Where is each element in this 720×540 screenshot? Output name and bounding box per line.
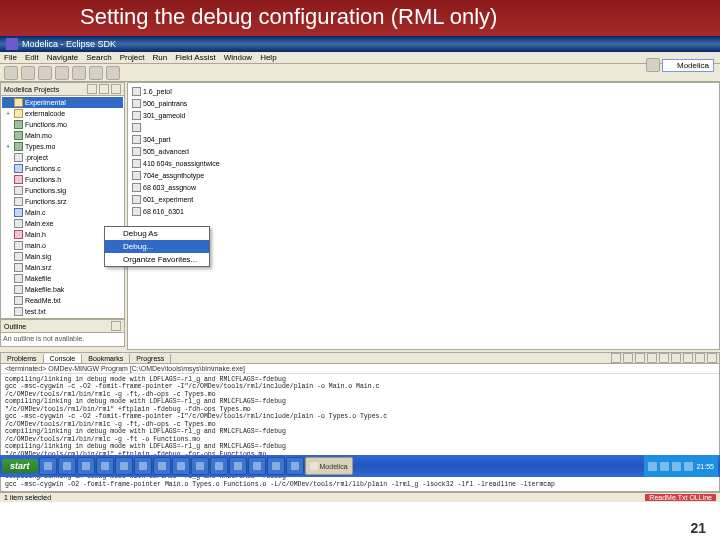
open-perspective-icon[interactable] (646, 58, 660, 72)
tree-item[interactable]: Makefile (2, 273, 123, 284)
main-toolbar[interactable] (0, 64, 720, 82)
tab-console[interactable]: Console (44, 354, 83, 363)
taskbar-item[interactable]: Modelica (305, 457, 353, 475)
menu-window[interactable]: Window (224, 53, 252, 62)
tree-item[interactable]: -Experimental (2, 97, 123, 108)
taskbar-item[interactable] (267, 457, 285, 475)
menu-help[interactable]: Help (260, 53, 276, 62)
perspective-modelica[interactable]: Modelica (662, 59, 714, 72)
tab-bookmarks[interactable]: Bookmarks (82, 354, 130, 363)
menu-navigate[interactable]: Navigate (47, 53, 79, 62)
bottom-tabs[interactable]: ProblemsConsoleBookmarksProgress (1, 353, 719, 364)
project-tree[interactable]: -Experimental+externalcode Functions.mo … (1, 96, 124, 318)
scroll-lock-icon[interactable] (647, 353, 657, 363)
tree-item[interactable]: Functions.h (2, 174, 123, 185)
tree-item[interactable]: Functions.srz (2, 196, 123, 207)
list-item[interactable]: 601_experiment (130, 193, 717, 205)
tray-icon[interactable] (648, 462, 657, 471)
list-item[interactable]: 68 603_assgnow (130, 181, 717, 193)
tab-problems[interactable]: Problems (1, 354, 44, 363)
taskbar-item[interactable] (286, 457, 304, 475)
pin-console-icon[interactable] (659, 353, 669, 363)
clock[interactable]: 21:55 (696, 463, 714, 470)
taskbar-item[interactable] (96, 457, 114, 475)
readme-indicator[interactable]: ReadMe.Txt OLLine (645, 494, 716, 501)
menu-project[interactable]: Project (120, 53, 145, 62)
tree-item[interactable]: .project (2, 152, 123, 163)
clear-console-icon[interactable] (635, 353, 645, 363)
tree-item[interactable]: ReadMe.txt (2, 295, 123, 306)
editor-area[interactable]: 1.6_petol506_paintrans301_gameold304_par… (127, 82, 720, 350)
tray-icon[interactable] (660, 462, 669, 471)
link-editor-icon[interactable] (87, 84, 97, 94)
list-item[interactable]: 1.6_petol (130, 85, 717, 97)
list-item[interactable]: 304_part (130, 133, 717, 145)
save-icon[interactable] (21, 66, 35, 80)
tree-item[interactable]: Functions.mo (2, 119, 123, 130)
outline-view[interactable]: Outline An outline is not available. (0, 319, 125, 347)
outline-tab[interactable]: Outline (1, 320, 124, 333)
list-item[interactable]: 301_gameold (130, 109, 717, 121)
taskbar-item[interactable] (77, 457, 95, 475)
minimize-panel-icon[interactable] (695, 353, 705, 363)
taskbar-item[interactable] (153, 457, 171, 475)
taskbar-item[interactable] (229, 457, 247, 475)
list-item[interactable]: 506_paintrans (130, 97, 717, 109)
tree-item[interactable]: Main.c (2, 207, 123, 218)
menu-field assist[interactable]: Field Assist (175, 53, 215, 62)
taskbar-item[interactable] (172, 457, 190, 475)
file-list[interactable]: 1.6_petol506_paintrans301_gameold304_par… (128, 83, 719, 219)
list-item[interactable]: 505_advanced (130, 145, 717, 157)
windows-taskbar[interactable]: start Modelica 21:55 (0, 455, 720, 477)
menu-search[interactable]: Search (86, 53, 111, 62)
tree-item[interactable]: Main.mo (2, 130, 123, 141)
minimize-icon[interactable] (111, 321, 121, 331)
debug-icon[interactable] (55, 66, 69, 80)
collapse-all-icon[interactable] (99, 84, 109, 94)
print-icon[interactable] (38, 66, 52, 80)
list-item[interactable]: 704e_assgnthotype (130, 169, 717, 181)
new-icon[interactable] (4, 66, 18, 80)
tray-icon[interactable] (672, 462, 681, 471)
view-menu-icon[interactable] (111, 84, 121, 94)
tree-item[interactable]: test.txt (2, 306, 123, 317)
taskbar-item[interactable] (191, 457, 209, 475)
remove-launch-icon[interactable] (623, 353, 633, 363)
tree-item[interactable]: Functions.c (2, 163, 123, 174)
tree-item[interactable]: Makefile.bak (2, 284, 123, 295)
taskbar-item[interactable] (134, 457, 152, 475)
menu-edit[interactable]: Edit (25, 53, 39, 62)
menu-item[interactable]: Debug As (105, 227, 209, 240)
display-selected-icon[interactable] (671, 353, 681, 363)
menu-item[interactable]: Organize Favorites... (105, 253, 209, 266)
tree-item[interactable]: Functions.sig (2, 185, 123, 196)
system-tray[interactable]: 21:55 (644, 455, 718, 477)
debug-context-menu[interactable]: Debug AsDebug...Organize Favorites... (104, 226, 210, 267)
menu-file[interactable]: File (4, 53, 17, 62)
tree-item[interactable]: +Types.mo (2, 141, 123, 152)
tab-progress[interactable]: Progress (130, 354, 171, 363)
menu-run[interactable]: Run (153, 53, 168, 62)
list-item[interactable]: 410 604s_noassigntwice (130, 157, 717, 169)
projects-tab[interactable]: Modelica Projects (1, 83, 124, 96)
tray-icon[interactable] (684, 462, 693, 471)
taskbar-item[interactable] (58, 457, 76, 475)
list-item[interactable] (130, 121, 717, 133)
ext-tools-icon[interactable] (89, 66, 103, 80)
taskbar-item[interactable] (248, 457, 266, 475)
run-icon[interactable] (72, 66, 86, 80)
menu-item[interactable]: Debug... (105, 240, 209, 253)
maximize-panel-icon[interactable] (707, 353, 717, 363)
projects-view[interactable]: Modelica Projects -Experimental+external… (0, 82, 125, 319)
taskbar-item[interactable] (39, 457, 57, 475)
search-icon[interactable] (106, 66, 120, 80)
terminate-icon[interactable] (611, 353, 621, 363)
menubar[interactable]: FileEditNavigateSearchProjectRunField As… (0, 52, 720, 64)
taskbar-item[interactable] (210, 457, 228, 475)
perspective-switcher[interactable]: Modelica (646, 58, 714, 72)
open-console-icon[interactable] (683, 353, 693, 363)
tree-item[interactable]: +externalcode (2, 108, 123, 119)
taskbar-item[interactable] (115, 457, 133, 475)
list-item[interactable]: 68 616_6301 (130, 205, 717, 217)
start-button[interactable]: start (2, 459, 38, 473)
